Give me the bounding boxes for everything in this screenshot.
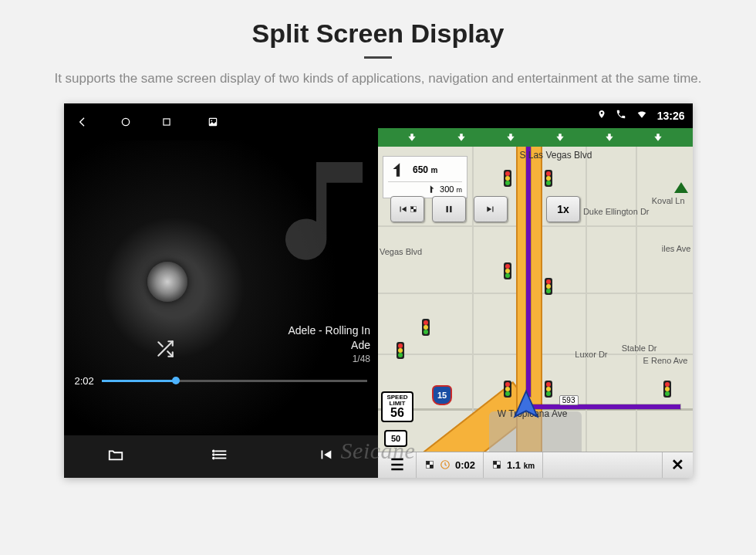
next-button[interactable] bbox=[474, 196, 508, 222]
image-icon[interactable] bbox=[208, 117, 218, 127]
eta-distance-unit: km bbox=[524, 462, 535, 470]
music-note-icon bbox=[270, 147, 393, 270]
poi-label: Koval Ln bbox=[652, 196, 685, 205]
player-bottom-bar bbox=[64, 435, 379, 478]
poi-label: Stable Dr bbox=[622, 343, 657, 353]
playlist-icon[interactable] bbox=[211, 446, 230, 466]
poi-label: E Reno Ave bbox=[643, 356, 688, 365]
eta-time: 0:02 bbox=[455, 459, 475, 471]
turn-distance: 650 bbox=[413, 164, 428, 175]
interstate-shield: 15 bbox=[432, 385, 452, 405]
turn-unit: m bbox=[430, 166, 437, 174]
eta-distance-cell[interactable]: 1.1 km bbox=[484, 452, 543, 478]
pause-button[interactable] bbox=[432, 196, 466, 222]
svg-rect-11 bbox=[447, 206, 448, 212]
progress-knob[interactable] bbox=[172, 377, 180, 384]
nav-bottom-bar: ☰ 0:02 1.1 km ✕ bbox=[378, 452, 693, 478]
track-artist: Ade bbox=[288, 338, 370, 353]
track-info: Adele - Rolling In Ade 1/48 bbox=[288, 323, 370, 365]
lane-arrow-icon bbox=[653, 131, 663, 144]
music-player-pane: Adele - Rolling In Ade 1/48 2:02 bbox=[64, 103, 379, 478]
traffic-light-icon bbox=[397, 342, 404, 359]
lane-arrow-icon bbox=[407, 131, 417, 144]
wifi-icon bbox=[636, 109, 648, 122]
traffic-light-icon bbox=[504, 170, 511, 187]
turn-left-icon bbox=[388, 160, 408, 180]
folder-icon[interactable] bbox=[106, 446, 125, 466]
back-icon[interactable] bbox=[78, 116, 90, 128]
destination-flag-icon bbox=[424, 459, 435, 470]
poi-label: Luxor Dr bbox=[575, 350, 607, 359]
next-turn-distance: 300 bbox=[440, 184, 454, 194]
traffic-light-icon bbox=[545, 381, 552, 398]
map-canvas[interactable]: 15 S Las Vegas Blvd W Tropicana Ave Duke… bbox=[378, 147, 693, 452]
square-icon[interactable] bbox=[161, 117, 172, 127]
eta-time-cell[interactable]: 0:02 bbox=[417, 452, 484, 478]
lane-arrow-icon bbox=[456, 131, 467, 144]
navigation-pane: 13:26 15 S Las bbox=[378, 103, 693, 478]
turn-instruction-box: 650 m 300 m bbox=[383, 156, 467, 198]
speed-button[interactable]: 1x bbox=[546, 196, 580, 222]
eta-distance: 1.1 bbox=[507, 459, 521, 471]
turn-right-icon bbox=[426, 184, 437, 195]
lane-arrow-icon bbox=[604, 131, 615, 144]
progress-row: 2:02 bbox=[64, 375, 379, 387]
clock-icon bbox=[440, 459, 451, 470]
status-bar: 13:26 bbox=[378, 103, 693, 128]
lane-arrow-icon bbox=[505, 131, 516, 144]
disc-center bbox=[147, 262, 187, 302]
circle-icon[interactable] bbox=[120, 116, 132, 128]
route-shield: 50 bbox=[384, 430, 407, 447]
prev-button[interactable] bbox=[390, 196, 424, 222]
destination-flag-icon bbox=[491, 459, 502, 470]
poi-label: Vegas Blvd bbox=[380, 247, 422, 256]
traffic-light-icon bbox=[545, 278, 552, 295]
vehicle-arrow-icon bbox=[509, 388, 543, 422]
poi-label: iles Ave bbox=[662, 244, 691, 253]
traffic-light-icon bbox=[663, 381, 671, 398]
svg-point-9 bbox=[213, 458, 214, 459]
clock-time: 13:26 bbox=[657, 110, 685, 122]
poi-label: Duke Ellington Dr bbox=[583, 207, 650, 216]
elapsed-time: 2:02 bbox=[75, 375, 94, 387]
svg-point-8 bbox=[213, 454, 214, 455]
track-index: 1/48 bbox=[288, 353, 370, 365]
page-subtitle: It supports the same screen display of t… bbox=[0, 69, 756, 103]
street-label: S Las Vegas Blvd bbox=[519, 150, 592, 161]
lane-guidance-bar bbox=[378, 128, 693, 147]
shuffle-icon[interactable] bbox=[155, 339, 175, 362]
svg-point-0 bbox=[122, 118, 129, 125]
location-icon bbox=[597, 109, 606, 122]
lane-arrow-icon bbox=[555, 131, 565, 144]
route-line bbox=[526, 147, 531, 397]
svg-rect-12 bbox=[450, 206, 451, 212]
close-button[interactable]: ✕ bbox=[662, 452, 693, 478]
svg-point-3 bbox=[211, 120, 212, 121]
android-navbar bbox=[64, 103, 379, 140]
svg-rect-1 bbox=[163, 119, 169, 125]
progress-bar[interactable] bbox=[102, 380, 367, 382]
exit-marker-icon bbox=[674, 182, 688, 193]
map-road bbox=[472, 147, 474, 452]
prev-track-icon[interactable] bbox=[316, 446, 335, 466]
page-title: Split Screen Display bbox=[0, 0, 756, 49]
album-art: Adele - Rolling In Ade 1/48 2:02 bbox=[64, 140, 379, 435]
menu-button[interactable]: ☰ bbox=[378, 452, 417, 478]
traffic-light-icon bbox=[422, 319, 430, 336]
speed-limit-sign: SPEED LIMIT 56 bbox=[381, 391, 413, 422]
traffic-light-icon bbox=[504, 262, 511, 279]
nav-playback-controls: 1x bbox=[390, 196, 580, 222]
speed-limit-value: 56 bbox=[383, 407, 412, 419]
speed-limit-label: SPEED LIMIT bbox=[383, 394, 412, 407]
traffic-light-icon bbox=[545, 170, 552, 187]
title-underline bbox=[364, 56, 392, 59]
progress-fill bbox=[102, 380, 176, 382]
svg-point-7 bbox=[213, 451, 214, 452]
next-turn-unit: m bbox=[457, 186, 463, 194]
track-title: Adele - Rolling In bbox=[288, 323, 370, 338]
address-pin: 593 bbox=[559, 395, 579, 405]
phone-icon bbox=[616, 109, 626, 122]
device-screenshot: Adele - Rolling In Ade 1/48 2:02 bbox=[64, 103, 693, 478]
